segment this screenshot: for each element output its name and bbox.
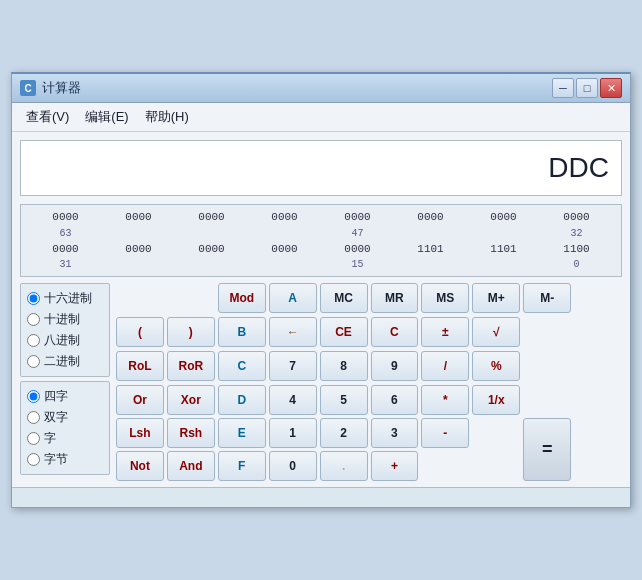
menu-view[interactable]: 查看(V) [20,106,75,128]
empty-btn-10 [472,418,520,448]
backspace-button[interactable]: ← [269,317,317,347]
multiply-button[interactable]: * [421,385,469,415]
bits-55: 0000 [125,209,151,226]
radio-hex[interactable]: 十六进制 [27,288,103,309]
not-button[interactable]: Not [116,451,164,481]
radio-dword-input[interactable] [27,411,40,424]
rol-button[interactable]: RoL [116,351,164,381]
window-title: 计算器 [42,79,81,97]
radio-word[interactable]: 字 [27,428,103,449]
plus-button[interactable]: + [371,451,419,481]
empty-btn-2 [167,283,215,313]
dot-button[interactable]: . [320,451,368,481]
empty-btn-14 [574,451,622,481]
bits-46: 0000 [417,209,443,226]
close-button[interactable]: ✕ [600,78,622,98]
rparen-button[interactable]: ) [167,317,215,347]
3-button[interactable]: 3 [371,418,419,448]
radio-hex-input[interactable] [27,292,40,305]
sqrt-button[interactable]: √ [472,317,520,347]
radio-qword[interactable]: 四字 [27,386,103,407]
app-icon: C [20,80,36,96]
mod-button[interactable]: Mod [218,283,266,313]
radio-oct-label: 八进制 [44,332,80,349]
xor-button[interactable]: Xor [167,385,215,415]
8-button[interactable]: 8 [320,351,368,381]
percent-button[interactable]: % [472,351,520,381]
a-button[interactable]: A [269,283,317,313]
c-hex-button[interactable]: C [218,351,266,381]
bit-group-31: 0000 31 [29,241,102,273]
equals-button[interactable]: = [523,418,571,481]
0-button[interactable]: 0 [269,451,317,481]
empty-btn-12 [421,451,469,481]
divide-button[interactable]: / [421,351,469,381]
e-button[interactable]: E [218,418,266,448]
bit-group-0: 1100 0 [540,241,613,273]
sign-button[interactable]: ± [421,317,469,347]
7-button[interactable]: 7 [269,351,317,381]
ror-button[interactable]: RoR [167,351,215,381]
btn-row-2: ( ) B ← CE C ± √ [116,317,622,347]
bit-group-45: 0000 [467,209,540,241]
bit-group-54: 0000 [175,209,248,241]
radio-dec[interactable]: 十进制 [27,309,103,330]
ms-button[interactable]: MS [421,283,469,313]
mminus-button[interactable]: M- [523,283,571,313]
radio-hex-label: 十六进制 [44,290,92,307]
radio-oct[interactable]: 八进制 [27,330,103,351]
mr-button[interactable]: MR [371,283,419,313]
lsh-button[interactable]: Lsh [116,418,164,448]
bit-group-b3: 0000 [248,241,321,273]
or-button[interactable]: Or [116,385,164,415]
d-button[interactable]: D [218,385,266,415]
num-15: 15 [351,257,363,272]
b-button[interactable]: B [218,317,266,347]
menu-help[interactable]: 帮助(H) [139,106,195,128]
bit-group-15: 0000 15 [321,241,394,273]
bits-31: 0000 [52,241,78,258]
empty-btn-4 [523,317,571,347]
bit-group-b1: 0000 [102,241,175,273]
minimize-button[interactable]: ─ [552,78,574,98]
ce-button[interactable]: CE [320,317,368,347]
lparen-button[interactable]: ( [116,317,164,347]
bit-row-1: 0000 63 0000 0000 0000 0000 47 0000 [29,209,613,241]
radio-dword-label: 双字 [44,409,68,426]
radio-dword[interactable]: 双字 [27,407,103,428]
radio-qword-input[interactable] [27,390,40,403]
mc-button[interactable]: MC [320,283,368,313]
minus-button[interactable]: - [421,418,469,448]
bits-47: 0000 [344,209,370,226]
bit-group-53: 0000 [248,209,321,241]
rsh-button[interactable]: Rsh [167,418,215,448]
radio-bin-input[interactable] [27,355,40,368]
2-button[interactable]: 2 [320,418,368,448]
radio-byte-input[interactable] [27,453,40,466]
reciprocal-button[interactable]: 1/x [472,385,520,415]
radio-byte[interactable]: 字节 [27,449,103,470]
title-bar-left: C 计算器 [20,79,81,97]
radio-dec-input[interactable] [27,313,40,326]
menu-edit[interactable]: 编辑(E) [79,106,134,128]
radio-bin[interactable]: 二进制 [27,351,103,372]
bits-b3: 0000 [271,241,297,258]
and-button[interactable]: And [167,451,215,481]
6-button[interactable]: 6 [371,385,419,415]
maximize-button[interactable]: □ [576,78,598,98]
bit-group-b2: 0000 [175,241,248,273]
4-button[interactable]: 4 [269,385,317,415]
radio-dec-label: 十进制 [44,311,80,328]
menu-bar: 查看(V) 编辑(E) 帮助(H) [12,103,630,132]
f-button[interactable]: F [218,451,266,481]
5-button[interactable]: 5 [320,385,368,415]
bit-group-63: 0000 63 [29,209,102,241]
9-button[interactable]: 9 [371,351,419,381]
bits-0: 1100 [563,241,589,258]
1-button[interactable]: 1 [269,418,317,448]
empty-btn-5 [574,317,622,347]
mplus-button[interactable]: M+ [472,283,520,313]
radio-oct-input[interactable] [27,334,40,347]
radio-word-input[interactable] [27,432,40,445]
c-button[interactable]: C [371,317,419,347]
